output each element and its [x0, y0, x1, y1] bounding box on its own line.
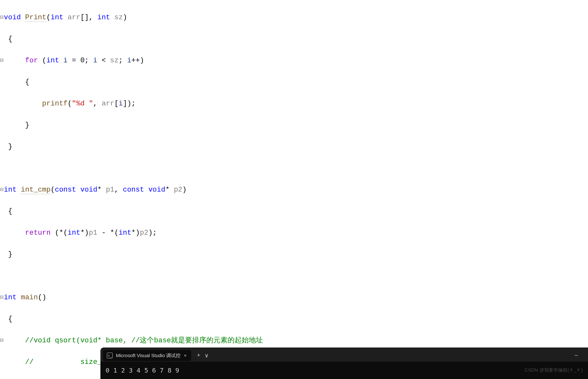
close-tab-icon[interactable]: × [184, 353, 186, 358]
terminal-tab-active[interactable]: >_ Microsoft Visual Studio 调试控 × [103, 350, 191, 361]
terminal-tab-bar: >_ Microsoft Visual Studio 调试控 × + ∨ — [100, 347, 588, 362]
terminal-window: >_ Microsoft Visual Studio 调试控 × + ∨ — 0… [100, 347, 588, 379]
watermark-text: CSDN @我要学编程(ಥ_ಥ) [525, 367, 583, 373]
new-tab-button[interactable]: + [197, 352, 201, 359]
keyword-void: void [4, 14, 21, 22]
tab-dropdown-icon[interactable]: ∨ [205, 352, 208, 359]
terminal-output-text: 0 1 2 3 4 5 6 7 8 9 [106, 366, 179, 374]
minimize-button[interactable]: — [574, 353, 578, 358]
code-editor[interactable]: ⊟void Print(int arr[], int sz) { ⊟ for (… [0, 0, 588, 379]
terminal-tab-title: Microsoft Visual Studio 调试控 [116, 353, 181, 359]
terminal-output-area[interactable]: 0 1 2 3 4 5 6 7 8 9 CSDN @我要学编程(ಥ_ಥ) [100, 362, 588, 379]
terminal-icon: >_ [107, 353, 113, 358]
func-print: Print [25, 14, 46, 22]
